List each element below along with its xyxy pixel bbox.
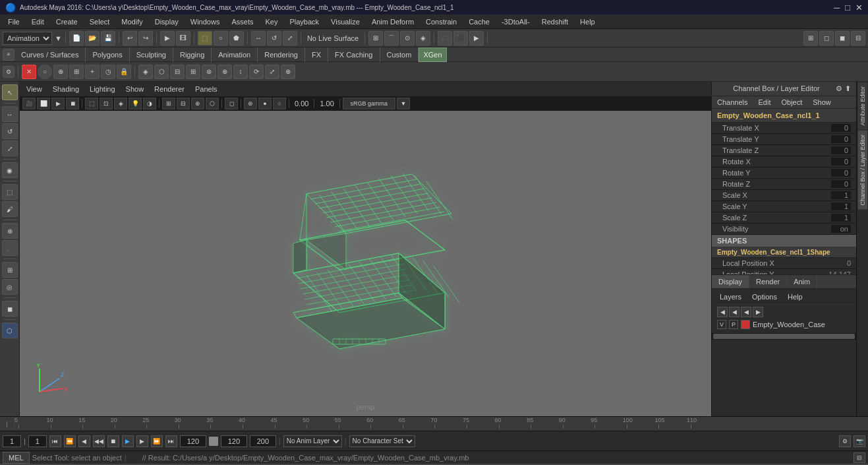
menu-3dtoall[interactable]: -3DtoAll- <box>496 16 535 27</box>
menu-display[interactable]: Display <box>150 16 184 27</box>
edge-tab-channel-box[interactable]: Channel Box / Layer Editor <box>858 130 867 210</box>
paint-button[interactable]: 🖌 <box>2 201 18 217</box>
grid-button[interactable]: ⊞ <box>803 31 818 46</box>
timeline-ruler[interactable]: 5101520253035404550556065707580859095100… <box>14 417 868 431</box>
layer-new-button[interactable]: ◀ <box>717 307 728 317</box>
shelf-icon-7[interactable]: 🔒 <box>117 65 131 79</box>
menu-key[interactable]: Key <box>260 16 283 27</box>
new-scene-button[interactable]: 📄 <box>69 31 84 46</box>
vp-stop-button[interactable]: ⏹ <box>66 98 79 109</box>
vp-grid-btn[interactable]: ⊞ <box>162 98 175 109</box>
shelf-tab-fx[interactable]: FX <box>305 47 328 62</box>
shelf-icon-2[interactable]: ○ <box>38 65 52 79</box>
layer-scrollbar[interactable] <box>712 333 856 340</box>
vp-hud-btn[interactable]: ⊟ <box>177 98 190 109</box>
menu-help[interactable]: Help <box>575 16 600 27</box>
attr-value-translate-y[interactable]: 0 <box>831 135 851 143</box>
vp-colorspace-btn[interactable]: sRGB gamma <box>343 98 395 109</box>
render-button[interactable]: ▶ <box>160 31 175 46</box>
minimize-button[interactable]: ─ <box>834 3 840 13</box>
vp-paint-btn[interactable]: ⬡ <box>206 98 219 109</box>
shelf-icon-3[interactable]: ⊕ <box>53 65 68 79</box>
undo-button[interactable]: ↩ <box>123 31 137 46</box>
snap-surface-button[interactable]: ◈ <box>416 31 430 46</box>
attr-row-rotate-x[interactable]: Rotate X 0 <box>712 156 856 168</box>
range-start-input[interactable] <box>28 435 47 447</box>
vp-colorspace-arrow[interactable]: ▼ <box>397 98 410 109</box>
shelf-icon-14[interactable]: ↕ <box>233 65 248 79</box>
vp-menu-show[interactable]: Show <box>122 85 148 93</box>
wireframe-button[interactable]: ◻ <box>819 31 834 46</box>
shelf-icon-4[interactable]: ⊞ <box>69 65 84 79</box>
cb-menu-show[interactable]: Show <box>807 96 836 108</box>
anim-snapshot-button[interactable]: 📷 <box>854 435 865 447</box>
shelf-icon-15[interactable]: ⟳ <box>249 65 264 79</box>
menu-visualize[interactable]: Visualize <box>326 16 365 27</box>
anim-layer-dropdown[interactable]: No Anim Layer <box>283 435 342 447</box>
close-button[interactable]: ✕ <box>855 3 863 13</box>
paint-select-button[interactable]: ⬟ <box>229 31 244 46</box>
attr-row-scale-y[interactable]: Scale Y 1 <box>712 201 856 212</box>
vp-light-btn[interactable]: 💡 <box>129 98 142 109</box>
mel-mode-label[interactable]: MEL <box>3 452 30 464</box>
layer-menu-options[interactable]: Options <box>747 292 782 302</box>
attr-row-visibility[interactable]: Visibility on <box>712 224 856 235</box>
shelf-tab-curves[interactable]: Curves / Surfaces <box>14 47 86 62</box>
camera-tools-button[interactable]: 🎥 <box>2 240 18 256</box>
snap-curve-button[interactable]: ⌒ <box>384 31 399 46</box>
soft-select-button[interactable]: ◉ <box>2 162 18 178</box>
tab-display[interactable]: Display <box>712 275 749 288</box>
status-options-button[interactable]: ⊟ <box>854 452 865 463</box>
vp-xray-btn[interactable]: ⊡ <box>100 98 113 109</box>
menu-create[interactable]: Create <box>51 16 83 27</box>
go-to-end-button[interactable]: ⏭ <box>165 435 177 447</box>
scale-button2[interactable]: ⤢ <box>2 140 18 156</box>
vp-film-button[interactable]: ⬜ <box>37 98 50 109</box>
cb-menu-channels[interactable]: Channels <box>712 96 753 108</box>
select-mode-button[interactable]: ↖ <box>2 84 18 100</box>
select-tool-button[interactable]: ⬚ <box>198 31 212 46</box>
menu-constrain[interactable]: Constrain <box>420 16 462 27</box>
shelf-tab-fx-caching[interactable]: FX Caching <box>328 47 380 62</box>
menu-anim-deform[interactable]: Anim Deform <box>366 16 419 27</box>
vp-shadow-btn[interactable]: ◑ <box>143 98 156 109</box>
attr-row-translate-x[interactable]: Translate X 0 <box>712 123 856 134</box>
vp-select-btn[interactable]: ⊕ <box>191 98 204 109</box>
open-scene-button[interactable]: 📂 <box>85 31 100 46</box>
shelf-pin-button[interactable]: ≡ <box>3 49 14 61</box>
vp-menu-shading[interactable]: Shading <box>49 85 83 93</box>
snap-grid-button[interactable]: ⊞ <box>368 31 383 46</box>
vp-layout-btn[interactable]: ◻ <box>225 98 238 109</box>
cb-menu-object[interactable]: Object <box>776 96 807 108</box>
attr-value-rotate-z[interactable]: 0 <box>831 180 851 188</box>
lasso-select-button[interactable]: ○ <box>214 31 228 46</box>
save-scene-button[interactable]: 💾 <box>101 31 115 46</box>
shelf-icon-10[interactable]: ⊟ <box>170 65 185 79</box>
layer-edit-button[interactable]: ◀ <box>741 307 751 317</box>
shelf-tab-rigging[interactable]: Rigging <box>173 47 212 62</box>
vp-mb-btn[interactable]: ○ <box>273 98 286 109</box>
menu-windows[interactable]: Windows <box>185 16 225 27</box>
local-pos-y-row[interactable]: Local Position Y 14.147 <box>712 269 856 274</box>
layer-reference-toggle[interactable]: P <box>729 320 738 329</box>
layer-menu-layers[interactable]: Layers <box>714 292 747 302</box>
shelf-tab-xgen[interactable]: XGen <box>419 47 446 62</box>
vp-menu-lighting[interactable]: Lighting <box>86 85 119 93</box>
menu-select[interactable]: Select <box>84 16 115 27</box>
layer-item[interactable]: V P Empty_Wooden_Case <box>714 319 854 330</box>
menu-modify[interactable]: Modify <box>116 16 148 27</box>
step-forward-frame-button[interactable]: ▶ <box>136 435 148 447</box>
marquee-button[interactable]: ⬚ <box>2 184 18 200</box>
vp-camera-button[interactable]: 🎥 <box>22 98 36 109</box>
shelf-tab-animation[interactable]: Animation <box>212 47 258 62</box>
menu-assets[interactable]: Assets <box>226 16 258 27</box>
shelf-settings-button[interactable]: ⚙ <box>3 66 14 78</box>
vp-menu-renderer[interactable]: Renderer <box>150 85 188 93</box>
channel-box-options-icon[interactable]: ⚙ <box>836 84 842 93</box>
range-end-input[interactable] <box>180 435 206 447</box>
attr-value-translate-z[interactable]: 0 <box>831 146 851 154</box>
tab-anim[interactable]: Anim <box>787 275 817 288</box>
show-manip-button[interactable]: ⊕ <box>2 223 18 239</box>
ipr-button[interactable]: 🎞 <box>176 31 190 46</box>
go-to-start-button[interactable]: ⏮ <box>49 435 61 447</box>
